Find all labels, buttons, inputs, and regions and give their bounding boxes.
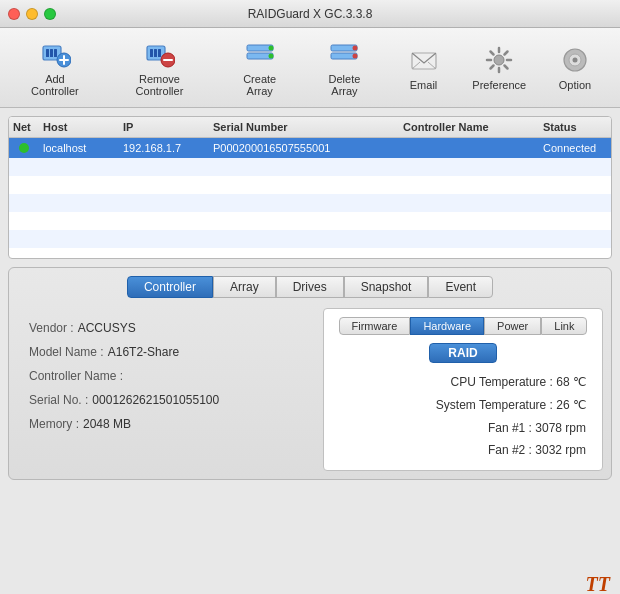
col-controller: Controller Name [399,120,539,134]
serial-label: Serial No. : [29,388,88,412]
controller-name-label: Controller Name : [29,364,123,388]
controller-table: Net Host IP Serial Number Controller Nam… [8,116,612,259]
preference-label: Preference [472,79,526,91]
memory-label: Memory : [29,412,79,436]
delete-array-label: Delete Array [314,73,374,97]
window-title: RAIDGuard X GC.3.3.8 [248,7,373,21]
main-tabs: Controller Array Drives Snapshot Event [17,276,603,298]
svg-rect-1 [46,49,49,57]
remove-controller-label: Remove Controller [114,73,205,97]
right-hardware-panel: Firmware Hardware Power Link RAID CPU Te… [323,308,603,471]
col-net: Net [9,120,39,134]
table-row[interactable] [9,194,611,212]
svg-line-28 [505,66,508,69]
toolbar: Add Controller Remove Controller Create [0,28,620,108]
sub-tab-firmware[interactable]: Firmware [339,317,411,335]
create-array-icon [244,38,276,70]
add-controller-button[interactable]: Add Controller [10,34,100,101]
cpu-temp-row: CPU Temperature : 68 ℃ [332,371,586,394]
col-host: Host [39,120,119,134]
memory-row: Memory : 2048 MB [29,412,303,436]
cpu-temp-label: CPU Temperature : [450,375,553,389]
fan2-row: Fan #2 : 3032 rpm [332,439,586,462]
hardware-info: CPU Temperature : 68 ℃ System Temperatur… [332,371,594,462]
svg-point-19 [353,46,358,51]
svg-point-20 [353,54,358,59]
email-label: Email [410,79,438,91]
table-row[interactable]: localhost 192.168.1.7 P00020001650755500… [9,138,611,158]
svg-rect-9 [154,49,157,57]
raid-btn-row: RAID [332,343,594,363]
email-button[interactable]: Email [389,40,459,95]
net-status-dot [19,143,29,153]
svg-rect-3 [54,49,57,57]
memory-value: 2048 MB [83,412,131,436]
preference-button[interactable]: Preference [463,40,536,95]
fan1-row: Fan #1 : 3078 rpm [332,417,586,440]
model-row: Model Name : A16T2-Share [29,340,303,364]
table-row[interactable] [9,212,611,230]
option-button[interactable]: Option [540,40,610,95]
tab-event[interactable]: Event [428,276,493,298]
option-label: Option [559,79,591,91]
col-serial: Serial Number [209,120,399,134]
tab-drives[interactable]: Drives [276,276,344,298]
table-row[interactable] [9,176,611,194]
model-value: A16T2-Share [108,340,179,364]
main-content: Net Host IP Serial Number Controller Nam… [0,108,620,594]
tabs-section: Controller Array Drives Snapshot Event V… [8,267,612,480]
maximize-button[interactable] [44,8,56,20]
preference-icon [483,44,515,76]
svg-rect-2 [50,49,53,57]
tab-array[interactable]: Array [213,276,276,298]
model-label: Model Name : [29,340,104,364]
email-icon [408,44,440,76]
add-controller-label: Add Controller [20,73,90,97]
col-status: Status [539,120,612,134]
create-array-button[interactable]: Create Array [219,34,300,101]
left-info-panel: Vendor : ACCUSYS Model Name : A16T2-Shar… [17,308,315,471]
svg-point-16 [268,54,273,59]
svg-line-27 [491,52,494,55]
controller-name-row: Controller Name : [29,364,303,388]
cell-serial: P000200016507555001 [209,140,399,156]
title-bar: RAIDGuard X GC.3.3.8 [0,0,620,28]
fan1-value: 3078 rpm [535,421,586,435]
table-row[interactable] [9,158,611,176]
vendor-row: Vendor : ACCUSYS [29,316,303,340]
svg-point-33 [573,58,578,63]
svg-rect-10 [158,49,161,57]
sys-temp-label: System Temperature : [436,398,553,412]
remove-controller-button[interactable]: Remove Controller [104,34,215,101]
delete-array-button[interactable]: Delete Array [304,34,384,101]
bottom-logo: TT [586,573,610,594]
cell-controller-name [399,140,539,156]
vendor-value: ACCUSYS [78,316,136,340]
serial-row: Serial No. : 0001262621501055100 [29,388,303,412]
svg-point-22 [494,55,504,65]
sys-temp-value: 26 ℃ [556,398,586,412]
table-row[interactable] [9,230,611,248]
fan1-label: Fan #1 : [488,421,532,435]
tab-controller[interactable]: Controller [127,276,213,298]
close-button[interactable] [8,8,20,20]
cell-ip: 192.168.1.7 [119,140,209,156]
cell-host: localhost [39,140,119,156]
sys-temp-row: System Temperature : 26 ℃ [332,394,586,417]
tab-snapshot[interactable]: Snapshot [344,276,429,298]
vendor-label: Vendor : [29,316,74,340]
minimize-button[interactable] [26,8,38,20]
svg-rect-8 [150,49,153,57]
svg-line-29 [505,52,508,55]
sub-tab-hardware[interactable]: Hardware [410,317,484,335]
fan2-value: 3032 rpm [535,443,586,457]
create-array-label: Create Array [229,73,290,97]
content-panel: Vendor : ACCUSYS Model Name : A16T2-Shar… [17,308,603,471]
raid-button[interactable]: RAID [429,343,496,363]
sub-tab-power[interactable]: Power [484,317,541,335]
cell-status: Connected [539,140,612,156]
delete-array-icon [328,38,360,70]
table-body: localhost 192.168.1.7 P00020001650755500… [9,138,611,258]
svg-point-15 [268,46,273,51]
sub-tab-link[interactable]: Link [541,317,587,335]
